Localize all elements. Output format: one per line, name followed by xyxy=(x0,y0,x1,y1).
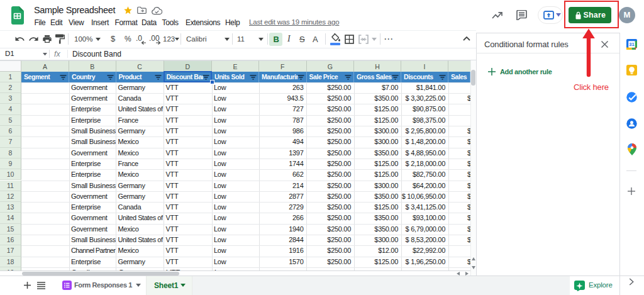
svg-text:31: 31 xyxy=(629,42,634,47)
